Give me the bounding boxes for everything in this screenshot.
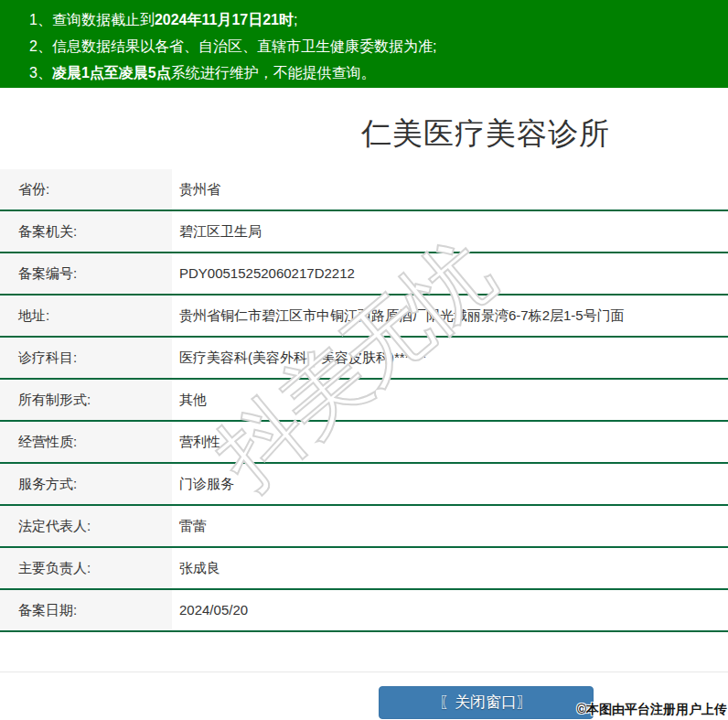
field-label: 所有制形式: [0, 380, 172, 420]
table-row-service-mode: 服务方式: 门诊服务 [0, 464, 728, 506]
notice-line-3: 3、凌晨1点至凌晨5点系统进行维护，不能提供查询。 [29, 59, 728, 86]
table-row-filing-date: 备案日期: 2024/05/20 [0, 590, 728, 632]
field-value: 营利性 [172, 422, 728, 462]
table-row-treatment-subjects: 诊疗科目: 医疗美容科(美容外科、美容皮肤科)****** [0, 338, 728, 380]
field-value: PDY00515252060217D2212 [172, 253, 728, 294]
record-table: 省份: 贵州省 备案机关: 碧江区卫生局 备案编号: PDY0051525206… [0, 169, 728, 632]
footer-area: 〖关闭窗口〗 [0, 672, 728, 719]
notice-3-post: 系统进行维护，不能提供查询。 [171, 65, 376, 81]
clinic-title: 仁美医疗美容诊所 [0, 114, 728, 152]
field-value: 碧江区卫生局 [172, 211, 728, 252]
notice-2-pre: 2、信息数据结果以各省、自治区、直辖市卫生健康委数据为准; [29, 38, 436, 54]
field-value: 2024/05/20 [172, 590, 728, 630]
field-value: 张成良 [172, 548, 728, 588]
field-label: 主要负责人: [0, 548, 172, 588]
field-value: 贵州省铜仁市碧江区市中铜江西路原酒厂阳光城丽景湾6-7栋2层1-5号门面 [172, 296, 728, 336]
field-label: 备案日期: [0, 590, 172, 630]
field-label: 服务方式: [0, 464, 172, 504]
field-label: 诊疗科目: [0, 338, 172, 378]
field-label: 法定代表人: [0, 506, 172, 546]
field-label: 备案机关: [0, 211, 172, 252]
field-value: 其他 [172, 380, 728, 420]
field-value: 贵州省 [172, 169, 728, 210]
field-label: 省份: [0, 169, 172, 210]
notice-1-pre: 1、查询数据截止到 [29, 12, 155, 27]
field-label: 地址: [0, 296, 172, 336]
field-value: 门诊服务 [172, 464, 728, 504]
field-label: 备案编号: [0, 253, 172, 294]
notice-bar: 1、查询数据截止到2024年11月17日21时; 2、信息数据结果以各省、自治区… [0, 0, 728, 88]
table-row-filing-authority: 备案机关: 碧江区卫生局 [0, 211, 728, 253]
notice-line-2: 2、信息数据结果以各省、自治区、直辖市卫生健康委数据为准; [29, 33, 728, 59]
notice-line-1: 1、查询数据截止到2024年11月17日21时; [29, 6, 728, 33]
field-value: 雷蕾 [172, 506, 728, 546]
notice-3-pre: 3、 [29, 65, 52, 81]
page-viewport: 1、查询数据截止到2024年11月17日21时; 2、信息数据结果以各省、自治区… [0, 0, 728, 720]
page-container: 1、查询数据截止到2024年11月17日21时; 2、信息数据结果以各省、自治区… [0, 0, 728, 719]
close-window-button[interactable]: 〖关闭窗口〗 [379, 686, 594, 719]
table-row-ownership: 所有制形式: 其他 [0, 380, 728, 422]
table-row-business-nature: 经营性质: 营利性 [0, 422, 728, 464]
notice-1-post: ; [294, 12, 297, 27]
field-value: 医疗美容科(美容外科、美容皮肤科)****** [172, 338, 728, 378]
table-row-filing-number: 备案编号: PDY00515252060217D2212 [0, 253, 728, 296]
table-row-main-person: 主要负责人: 张成良 [0, 548, 728, 590]
notice-1-bold: 2024年11月17日21时 [155, 12, 294, 27]
table-row-address: 地址: 贵州省铜仁市碧江区市中铜江西路原酒厂阳光城丽景湾6-7栋2层1-5号门面 [0, 296, 728, 338]
table-row-legal-representative: 法定代表人: 雷蕾 [0, 506, 728, 548]
notice-3-bold: 凌晨1点至凌晨5点 [52, 65, 171, 81]
field-label: 经营性质: [0, 422, 172, 462]
table-row-province: 省份: 贵州省 [0, 169, 728, 211]
